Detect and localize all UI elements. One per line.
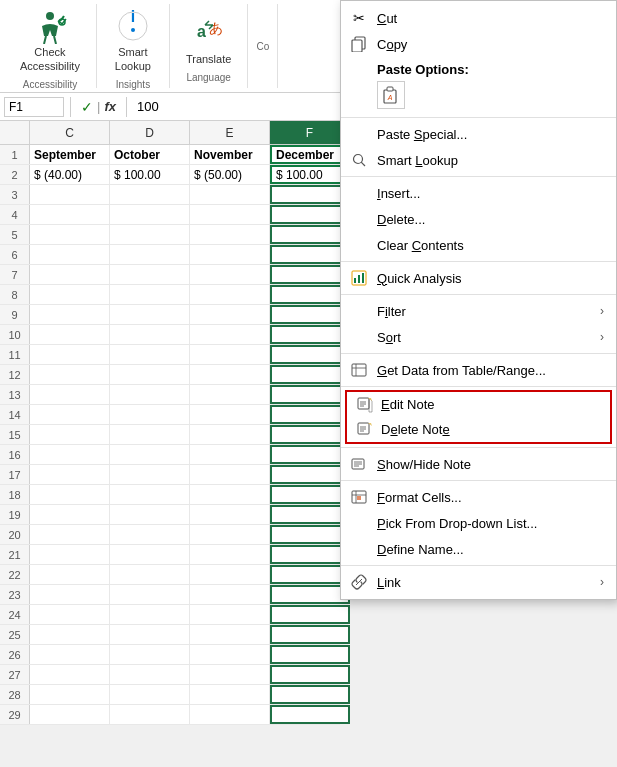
empty-row-13: 13 — [0, 385, 340, 405]
empty-row-15: 15 — [0, 425, 340, 445]
cell-e2[interactable]: $ (50.00) — [190, 165, 270, 184]
paste-options-section: Paste Options: A — [341, 57, 616, 114]
empty-row-26: 26 — [0, 645, 340, 665]
context-menu: ✂ Cut Copy Paste Options: A P — [340, 0, 617, 600]
empty-row-18: 18 — [0, 485, 340, 505]
ribbon-group-co: Co — [248, 4, 278, 88]
row-num-1: 1 — [0, 145, 30, 164]
check-accessibility-icon — [30, 6, 70, 46]
show-hide-note-icon — [349, 454, 369, 474]
menu-item-format-cells[interactable]: Format Cells... — [341, 484, 616, 510]
cell-e1[interactable]: November — [190, 145, 270, 164]
translate-button[interactable]: a あ Translate — [178, 9, 239, 70]
formula-fx-icon: fx — [104, 99, 116, 114]
empty-row-12: 12 — [0, 365, 340, 385]
col-header-e[interactable]: E — [190, 121, 270, 144]
menu-sep-8 — [341, 480, 616, 481]
formula-confirm-icon[interactable]: ✓ — [81, 99, 93, 115]
paste-special-icon — [349, 124, 369, 144]
svg-rect-16 — [358, 275, 360, 283]
svg-text:あ: あ — [209, 20, 223, 36]
menu-item-get-data[interactable]: Get Data from Table/Range... — [341, 357, 616, 383]
menu-item-edit-note[interactable]: Edit Note — [345, 390, 612, 417]
empty-row-24: 24 — [0, 605, 340, 625]
menu-item-quick-analysis[interactable]: Quick Analysis — [341, 265, 616, 291]
cell-c2[interactable]: $ (40.00) — [30, 165, 110, 184]
menu-item-show-hide-note[interactable]: Show/Hide Note — [341, 451, 616, 477]
pick-dropdown-icon — [349, 513, 369, 533]
data-row-2: 2 $ (40.00) $ 100.00 $ (50.00) $ 100.00 — [0, 165, 340, 185]
menu-item-filter[interactable]: Filter › — [341, 298, 616, 324]
menu-item-pick-dropdown[interactable]: Pick From Drop-down List... — [341, 510, 616, 536]
cell-f1[interactable]: December — [270, 145, 350, 164]
svg-text:a: a — [197, 23, 206, 40]
cell-reference-box[interactable]: F1 — [4, 97, 64, 117]
cell-d2[interactable]: $ 100.00 — [110, 165, 190, 184]
empty-row-20: 20 — [0, 525, 340, 545]
menu-item-delete[interactable]: Delete... — [341, 206, 616, 232]
col-header-d[interactable]: D — [110, 121, 190, 144]
svg-line-13 — [361, 162, 365, 166]
delete-note-icon — [355, 420, 375, 440]
empty-row-3: 3 — [0, 185, 340, 205]
empty-row-21: 21 — [0, 545, 340, 565]
menu-item-clear-contents[interactable]: Clear Contents — [341, 232, 616, 258]
menu-item-copy[interactable]: Copy — [341, 31, 616, 57]
menu-item-sort[interactable]: Sort › — [341, 324, 616, 350]
svg-rect-21 — [358, 398, 369, 409]
menu-item-delete-note[interactable]: Delete Note — [345, 417, 612, 444]
delete-icon — [349, 209, 369, 229]
menu-item-link[interactable]: Link › — [341, 569, 616, 595]
svg-point-4 — [131, 28, 135, 32]
empty-row-7: 7 — [0, 265, 340, 285]
empty-row-23: 23 — [0, 585, 340, 605]
cell-d1[interactable]: October — [110, 145, 190, 164]
smart-lookup-button[interactable]: i Smart Lookup — [105, 2, 161, 76]
empty-row-19: 19 — [0, 505, 340, 525]
menu-item-paste-special[interactable]: Paste Special... — [341, 121, 616, 147]
filter-icon — [349, 301, 369, 321]
menu-sep-1 — [341, 117, 616, 118]
sort-icon — [349, 327, 369, 347]
formula-controls: ✓ | fx — [77, 99, 120, 115]
link-icon — [349, 572, 369, 592]
column-headers: C D E F — [0, 121, 340, 145]
empty-row-16: 16 — [0, 445, 340, 465]
sort-arrow-icon: › — [600, 330, 604, 344]
clear-contents-icon — [349, 235, 369, 255]
define-name-icon — [349, 539, 369, 559]
cell-f2[interactable]: $ 100.00 — [270, 165, 350, 184]
svg-rect-36 — [357, 496, 361, 500]
empty-row-17: 17 — [0, 465, 340, 485]
check-accessibility-label: Check Accessibility — [20, 46, 80, 72]
menu-item-cut[interactable]: ✂ Cut — [341, 5, 616, 31]
menu-item-define-name[interactable]: Define Name... — [341, 536, 616, 562]
spreadsheet-area: C D E F 1 September October November Dec — [0, 121, 340, 725]
accessibility-group-label: Accessibility — [23, 79, 77, 90]
check-accessibility-button[interactable]: Check Accessibility — [12, 2, 88, 76]
smart-lookup-label: Smart Lookup — [115, 46, 151, 72]
col-header-f[interactable]: F — [270, 121, 350, 144]
ribbon-group-insights: i Smart Lookup Insights — [97, 4, 170, 88]
empty-row-14: 14 — [0, 405, 340, 425]
menu-item-smart-lookup[interactable]: Smart Lookup — [341, 147, 616, 173]
svg-rect-17 — [362, 273, 364, 283]
paste-icon-clipboard-a[interactable]: A — [377, 81, 405, 109]
col-header-c[interactable]: C — [30, 121, 110, 144]
menu-item-insert[interactable]: Insert... — [341, 180, 616, 206]
edit-note-icon — [355, 395, 375, 415]
menu-sep-4 — [341, 294, 616, 295]
empty-row-29: 29 — [0, 705, 340, 725]
language-group-label: Language — [186, 72, 231, 83]
paste-icons-row: A — [377, 81, 604, 109]
cell-c1[interactable]: September — [30, 145, 110, 164]
empty-row-8: 8 — [0, 285, 340, 305]
menu-sep-9 — [341, 565, 616, 566]
svg-rect-18 — [352, 364, 366, 376]
cut-icon: ✂ — [349, 8, 369, 28]
cell-ref-value: F1 — [9, 100, 23, 114]
link-arrow-icon: › — [600, 575, 604, 589]
menu-sep-7 — [341, 447, 616, 448]
empty-row-11: 11 — [0, 345, 340, 365]
svg-point-12 — [354, 155, 363, 164]
